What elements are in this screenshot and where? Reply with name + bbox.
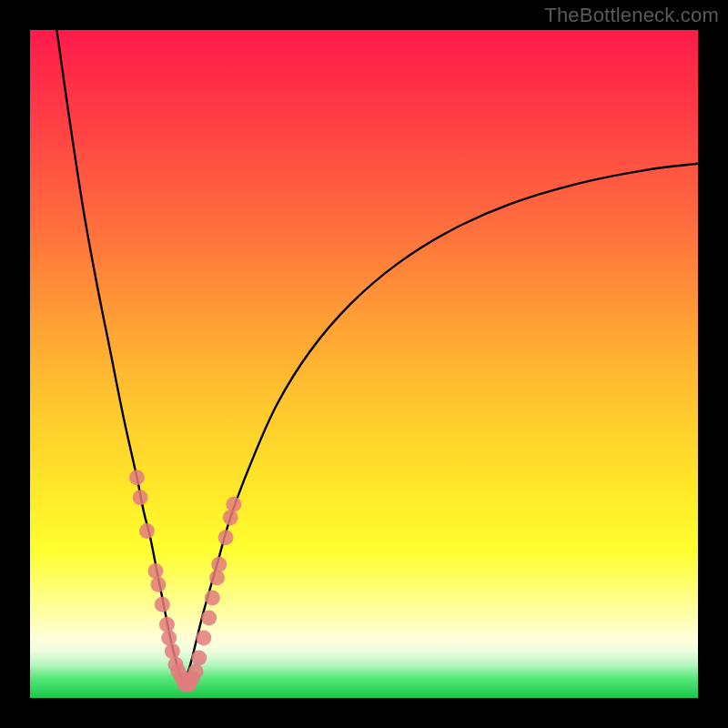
highlight-dot	[147, 563, 163, 579]
highlight-dot	[226, 497, 241, 512]
chart-frame: TheBottleneck.com	[0, 0, 728, 728]
watermark-text: TheBottleneck.com	[544, 4, 719, 27]
highlight-dot	[191, 650, 207, 665]
highlight-dot	[223, 510, 238, 525]
highlight-dot	[161, 630, 177, 645]
highlight-dot	[209, 570, 225, 585]
highlight-dot	[133, 490, 148, 505]
chart-svg	[30, 30, 698, 698]
highlight-dot	[196, 630, 211, 645]
highlight-dot	[188, 663, 204, 679]
highlight-dot	[139, 523, 155, 539]
curve-right-branch	[184, 164, 698, 685]
highlight-dot	[129, 470, 145, 485]
highlight-dot	[218, 530, 234, 545]
highlight-dot	[211, 557, 227, 572]
highlight-dot	[165, 643, 180, 659]
highlight-dot	[159, 617, 175, 632]
highlight-dot	[150, 577, 166, 592]
highlight-dot	[201, 610, 217, 625]
dots-layer	[129, 470, 241, 693]
highlight-dot	[155, 597, 170, 612]
highlight-dot	[205, 590, 220, 605]
